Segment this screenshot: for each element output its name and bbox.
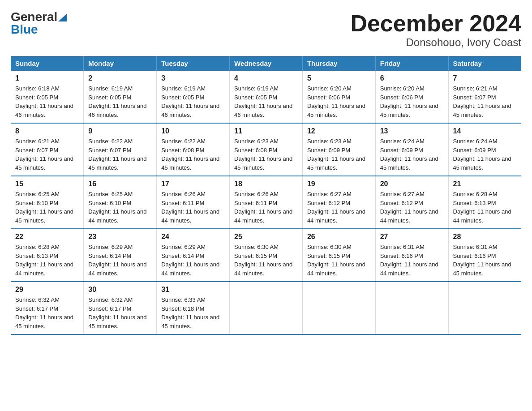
week-row: 22Sunrise: 6:28 AMSunset: 6:13 PMDayligh… <box>11 229 521 282</box>
day-info: Sunrise: 6:22 AMSunset: 6:07 PMDaylight:… <box>88 137 152 172</box>
day-number: 20 <box>380 180 444 188</box>
calendar-cell: 2Sunrise: 6:19 AMSunset: 6:05 PMDaylight… <box>84 71 157 123</box>
week-row: 8Sunrise: 6:21 AMSunset: 6:07 PMDaylight… <box>11 123 521 176</box>
day-info: Sunrise: 6:31 AMSunset: 6:16 PMDaylight:… <box>380 243 444 278</box>
week-row: 1Sunrise: 6:18 AMSunset: 6:05 PMDaylight… <box>11 71 521 123</box>
calendar-cell: 1Sunrise: 6:18 AMSunset: 6:05 PMDaylight… <box>11 71 84 123</box>
day-number: 19 <box>307 180 371 188</box>
day-info: Sunrise: 6:20 AMSunset: 6:06 PMDaylight:… <box>307 84 371 119</box>
svg-marker-0 <box>58 13 67 21</box>
day-number: 25 <box>234 233 298 241</box>
calendar-cell: 30Sunrise: 6:32 AMSunset: 6:17 PMDayligh… <box>84 282 157 334</box>
page-title: December 2024 <box>350 11 521 36</box>
calendar-cell: 3Sunrise: 6:19 AMSunset: 6:05 PMDaylight… <box>157 71 230 123</box>
calendar-cell: 20Sunrise: 6:27 AMSunset: 6:12 PMDayligh… <box>375 176 448 229</box>
day-number: 7 <box>453 74 517 82</box>
header-tuesday: Tuesday <box>157 56 230 71</box>
header-sunday: Sunday <box>11 56 84 71</box>
day-number: 30 <box>88 286 152 294</box>
day-info: Sunrise: 6:24 AMSunset: 6:09 PMDaylight:… <box>380 137 444 172</box>
calendar-cell: 26Sunrise: 6:30 AMSunset: 6:15 PMDayligh… <box>302 229 375 282</box>
day-info: Sunrise: 6:19 AMSunset: 6:05 PMDaylight:… <box>234 84 298 119</box>
calendar-cell: 11Sunrise: 6:23 AMSunset: 6:08 PMDayligh… <box>230 123 303 176</box>
logo-general: General <box>11 11 57 23</box>
day-info: Sunrise: 6:32 AMSunset: 6:17 PMDaylight:… <box>88 295 152 330</box>
day-number: 6 <box>380 74 444 82</box>
header-friday: Friday <box>375 56 448 71</box>
logo-blue: Blue <box>11 23 38 36</box>
calendar-cell: 29Sunrise: 6:32 AMSunset: 6:17 PMDayligh… <box>11 282 84 334</box>
calendar-cell: 7Sunrise: 6:21 AMSunset: 6:07 PMDaylight… <box>448 71 521 123</box>
day-number: 16 <box>88 180 152 188</box>
day-info: Sunrise: 6:26 AMSunset: 6:11 PMDaylight:… <box>234 190 298 225</box>
calendar-body: 1Sunrise: 6:18 AMSunset: 6:05 PMDaylight… <box>11 71 521 334</box>
day-number: 12 <box>307 127 371 135</box>
day-info: Sunrise: 6:30 AMSunset: 6:15 PMDaylight:… <box>234 243 298 278</box>
calendar-cell: 4Sunrise: 6:19 AMSunset: 6:05 PMDaylight… <box>230 71 303 123</box>
calendar-cell: 13Sunrise: 6:24 AMSunset: 6:09 PMDayligh… <box>375 123 448 176</box>
day-info: Sunrise: 6:30 AMSunset: 6:15 PMDaylight:… <box>307 243 371 278</box>
day-info: Sunrise: 6:25 AMSunset: 6:10 PMDaylight:… <box>88 190 152 225</box>
day-number: 22 <box>15 233 79 241</box>
day-number: 15 <box>15 180 79 188</box>
page-subtitle: Donsohouo, Ivory Coast <box>350 36 521 49</box>
week-row: 29Sunrise: 6:32 AMSunset: 6:17 PMDayligh… <box>11 282 521 334</box>
calendar-cell <box>230 282 303 334</box>
header-thursday: Thursday <box>302 56 375 71</box>
calendar-cell: 18Sunrise: 6:26 AMSunset: 6:11 PMDayligh… <box>230 176 303 229</box>
calendar-cell: 14Sunrise: 6:24 AMSunset: 6:09 PMDayligh… <box>448 123 521 176</box>
day-number: 31 <box>161 286 225 294</box>
header-wednesday: Wednesday <box>230 56 303 71</box>
day-number: 2 <box>88 74 152 82</box>
day-info: Sunrise: 6:23 AMSunset: 6:09 PMDaylight:… <box>307 137 371 172</box>
calendar-header: SundayMondayTuesdayWednesdayThursdayFrid… <box>11 56 521 71</box>
day-number: 10 <box>161 127 225 135</box>
day-number: 3 <box>161 74 225 82</box>
day-number: 13 <box>380 127 444 135</box>
day-info: Sunrise: 6:29 AMSunset: 6:14 PMDaylight:… <box>88 243 152 278</box>
day-number: 23 <box>88 233 152 241</box>
header-row: SundayMondayTuesdayWednesdayThursdayFrid… <box>11 56 521 71</box>
calendar-cell <box>375 282 448 334</box>
day-info: Sunrise: 6:24 AMSunset: 6:09 PMDaylight:… <box>453 137 517 172</box>
day-info: Sunrise: 6:32 AMSunset: 6:17 PMDaylight:… <box>15 295 79 330</box>
calendar-cell: 19Sunrise: 6:27 AMSunset: 6:12 PMDayligh… <box>302 176 375 229</box>
day-number: 14 <box>453 127 517 135</box>
day-number: 26 <box>307 233 371 241</box>
header-saturday: Saturday <box>448 56 521 71</box>
day-number: 8 <box>15 127 79 135</box>
day-number: 9 <box>88 127 152 135</box>
day-number: 11 <box>234 127 298 135</box>
calendar-cell: 31Sunrise: 6:33 AMSunset: 6:18 PMDayligh… <box>157 282 230 334</box>
day-number: 27 <box>380 233 444 241</box>
day-info: Sunrise: 6:28 AMSunset: 6:13 PMDaylight:… <box>15 243 79 278</box>
day-number: 4 <box>234 74 298 82</box>
day-info: Sunrise: 6:21 AMSunset: 6:07 PMDaylight:… <box>453 84 517 119</box>
day-info: Sunrise: 6:21 AMSunset: 6:07 PMDaylight:… <box>15 137 79 172</box>
day-info: Sunrise: 6:25 AMSunset: 6:10 PMDaylight:… <box>15 190 79 225</box>
day-number: 24 <box>161 233 225 241</box>
calendar-cell: 10Sunrise: 6:22 AMSunset: 6:08 PMDayligh… <box>157 123 230 176</box>
day-info: Sunrise: 6:31 AMSunset: 6:16 PMDaylight:… <box>453 243 517 278</box>
calendar-cell <box>302 282 375 334</box>
day-info: Sunrise: 6:18 AMSunset: 6:05 PMDaylight:… <box>15 84 79 119</box>
day-number: 28 <box>453 233 517 241</box>
calendar-cell: 9Sunrise: 6:22 AMSunset: 6:07 PMDaylight… <box>84 123 157 176</box>
calendar-table: SundayMondayTuesdayWednesdayThursdayFrid… <box>11 56 521 335</box>
calendar-cell: 5Sunrise: 6:20 AMSunset: 6:06 PMDaylight… <box>302 71 375 123</box>
calendar-cell: 16Sunrise: 6:25 AMSunset: 6:10 PMDayligh… <box>84 176 157 229</box>
calendar-cell: 6Sunrise: 6:20 AMSunset: 6:06 PMDaylight… <box>375 71 448 123</box>
header-monday: Monday <box>84 56 157 71</box>
calendar-cell: 23Sunrise: 6:29 AMSunset: 6:14 PMDayligh… <box>84 229 157 282</box>
day-info: Sunrise: 6:23 AMSunset: 6:08 PMDaylight:… <box>234 137 298 172</box>
day-info: Sunrise: 6:33 AMSunset: 6:18 PMDaylight:… <box>161 295 225 330</box>
calendar-cell: 24Sunrise: 6:29 AMSunset: 6:14 PMDayligh… <box>157 229 230 282</box>
day-number: 5 <box>307 74 371 82</box>
logo-triangle-icon <box>58 13 67 21</box>
day-info: Sunrise: 6:27 AMSunset: 6:12 PMDaylight:… <box>307 190 371 225</box>
day-info: Sunrise: 6:20 AMSunset: 6:06 PMDaylight:… <box>380 84 444 119</box>
day-number: 17 <box>161 180 225 188</box>
day-number: 18 <box>234 180 298 188</box>
day-number: 1 <box>15 74 79 82</box>
week-row: 15Sunrise: 6:25 AMSunset: 6:10 PMDayligh… <box>11 176 521 229</box>
